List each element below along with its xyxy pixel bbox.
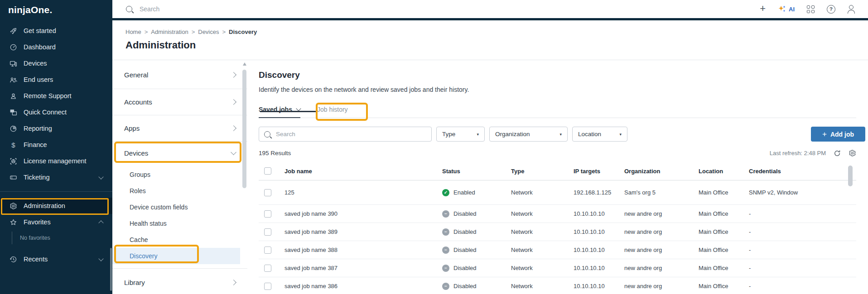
cell-location: Main Office	[699, 247, 749, 253]
cell-job-name: saved job name 387	[285, 265, 442, 271]
tab-job-history-label: Job history	[317, 106, 348, 113]
menu-section-apps[interactable]: Apps	[112, 115, 247, 142]
scroll-up-arrow-icon[interactable]	[243, 62, 246, 66]
cell-ip-targets: 10.10.10.10	[574, 210, 624, 217]
row-checkbox[interactable]	[264, 265, 271, 272]
jobs-search-input[interactable]	[275, 130, 426, 138]
tab-saved-jobs[interactable]: Saved jobs	[259, 101, 300, 118]
type-filter-dropdown[interactable]: Type ▾	[436, 127, 485, 142]
sidebar-scrollbar[interactable]	[110, 248, 112, 291]
status-label: Disabled	[453, 210, 477, 217]
column-header-status[interactable]: Status	[442, 168, 511, 175]
global-search[interactable]	[126, 5, 760, 13]
menu-section-devices[interactable]: Devices	[112, 142, 247, 164]
menu-item-discovery[interactable]: Discovery	[112, 248, 240, 264]
sidebar-item-remote-support[interactable]: Remote Support	[0, 88, 112, 104]
users-icon	[9, 76, 18, 84]
cell-type: Network	[511, 189, 574, 196]
cell-ip-targets: 10.10.10.10	[574, 265, 624, 271]
table-row-saved-job-name-389[interactable]: saved job name 389−DisabledNetwork10.10.…	[259, 223, 856, 241]
organization-filter-dropdown[interactable]: Organization ▾	[489, 127, 568, 142]
status-disabled-icon: −	[442, 247, 449, 254]
filter-bar: Type ▾ Organization ▾ Location ▾ + Add j…	[259, 127, 856, 142]
select-all-checkbox[interactable]	[264, 167, 271, 175]
row-checkbox[interactable]	[264, 247, 271, 254]
location-filter-dropdown[interactable]: Location ▾	[572, 127, 627, 142]
menu-scrollbar-thumb[interactable]	[242, 70, 246, 188]
sidebar-item-quick-connect[interactable]: Quick Connect	[0, 104, 112, 120]
table-row-saved-job-name-387[interactable]: saved job name 387−DisabledNetwork10.10.…	[259, 259, 856, 277]
row-checkbox[interactable]	[264, 228, 271, 236]
sidebar-item-reporting[interactable]: Reporting	[0, 120, 112, 137]
column-header-type[interactable]: Type	[511, 168, 574, 175]
menu-section-general[interactable]: General	[112, 61, 247, 89]
global-search-input[interactable]	[139, 5, 331, 13]
menu-section-label: General	[124, 71, 148, 79]
table-row-saved-job-name-390[interactable]: saved job name 390−DisabledNetwork10.10.…	[259, 205, 856, 223]
table-row-125[interactable]: 125✓EnabledNetwork192.168.1.125Sam's org…	[259, 180, 856, 205]
breadcrumb-link-administration[interactable]: Administration	[151, 28, 188, 35]
tab-job-history[interactable]: Job history	[317, 101, 348, 118]
cell-location: Main Office	[699, 283, 749, 289]
breadcrumb-link-home[interactable]: Home	[125, 28, 141, 35]
table-body: 125✓EnabledNetwork192.168.1.125Sam's org…	[259, 180, 856, 294]
add-icon[interactable]: +	[760, 4, 766, 14]
cell-credentials: -	[749, 265, 856, 271]
menu-item-device-custom-fields[interactable]: Device custom fields	[112, 199, 247, 215]
ticket-icon	[9, 174, 18, 181]
sidebar-item-end-users[interactable]: End users	[0, 71, 112, 88]
tab-bar: Saved jobs Job history	[259, 101, 856, 118]
sidebar-item-ticketing[interactable]: Ticketing	[0, 169, 112, 185]
table-scrollbar-thumb[interactable]	[848, 166, 853, 186]
sidebar-item-devices[interactable]: Devices	[0, 55, 112, 71]
apps-grid-icon[interactable]	[807, 5, 815, 13]
add-job-button[interactable]: + Add job	[811, 127, 865, 142]
account-icon[interactable]	[848, 5, 855, 14]
chevron-down-icon	[98, 256, 103, 261]
column-header-ip-targets[interactable]: IP targets	[574, 168, 624, 175]
breadcrumb: Home>Administration>Devices>Discovery	[125, 28, 868, 35]
page-title: Administration	[125, 39, 868, 51]
gauge-icon	[9, 43, 18, 51]
sidebar-item-label: Devices	[24, 60, 47, 67]
menu-item-cache[interactable]: Cache	[112, 232, 247, 248]
sidebar-item-dashboard[interactable]: Dashboard	[0, 39, 112, 55]
sidebar-item-finance[interactable]: $Finance	[0, 137, 112, 153]
sidebar-item-license-management[interactable]: License management	[0, 153, 112, 169]
sidebar-item-recents[interactable]: Recents	[0, 251, 112, 267]
menu-section-library[interactable]: Library	[112, 269, 247, 294]
sidebar-note-no-favorites: No favorites	[0, 230, 112, 246]
breadcrumb-link-devices[interactable]: Devices	[198, 28, 219, 35]
menu-section-accounts[interactable]: Accounts	[112, 89, 247, 115]
column-header-credentials[interactable]: Credentials	[749, 168, 856, 175]
column-header-job-name[interactable]: Job name	[285, 168, 442, 175]
sidebar-item-favorites[interactable]: Favorites	[0, 214, 112, 230]
menu-item-roles[interactable]: Roles	[112, 183, 247, 199]
refresh-icon[interactable]	[834, 150, 841, 157]
cell-status: −Disabled	[442, 265, 511, 272]
menu-section-label: Accounts	[124, 98, 152, 106]
header-divider-band	[112, 18, 868, 20]
discovery-panel: Discovery Identify the devices on the ne…	[247, 60, 868, 294]
sidebar-item-label: License management	[24, 157, 87, 165]
row-checkbox[interactable]	[264, 189, 271, 196]
jobs-search-box[interactable]	[259, 127, 432, 142]
menu-scrollbar[interactable]	[242, 62, 247, 292]
column-header-organization[interactable]: Organization	[624, 168, 699, 175]
table-settings-gear-icon[interactable]	[849, 149, 856, 157]
menu-item-groups[interactable]: Groups	[112, 166, 247, 183]
menu-section-label: Devices	[124, 149, 148, 157]
table-row-saved-job-name-386[interactable]: saved job name 386−DisabledNetwork10.10.…	[259, 277, 856, 294]
menu-item-health-status[interactable]: Health status	[112, 215, 247, 232]
status-label: Enabled	[453, 189, 475, 196]
help-icon[interactable]: ?	[827, 5, 835, 14]
row-checkbox[interactable]	[264, 210, 271, 218]
sidebar-item-administration[interactable]: Administration	[0, 198, 112, 214]
cell-job-name: saved job name 388	[285, 247, 442, 253]
sidebar-item-get-started[interactable]: Get started	[0, 23, 112, 39]
windows-icon	[9, 109, 18, 116]
column-header-location[interactable]: Location	[699, 168, 749, 175]
row-checkbox[interactable]	[264, 283, 271, 290]
table-row-saved-job-name-388[interactable]: saved job name 388−DisabledNetwork10.10.…	[259, 241, 856, 259]
ai-assistant-button[interactable]: AI	[778, 5, 795, 14]
